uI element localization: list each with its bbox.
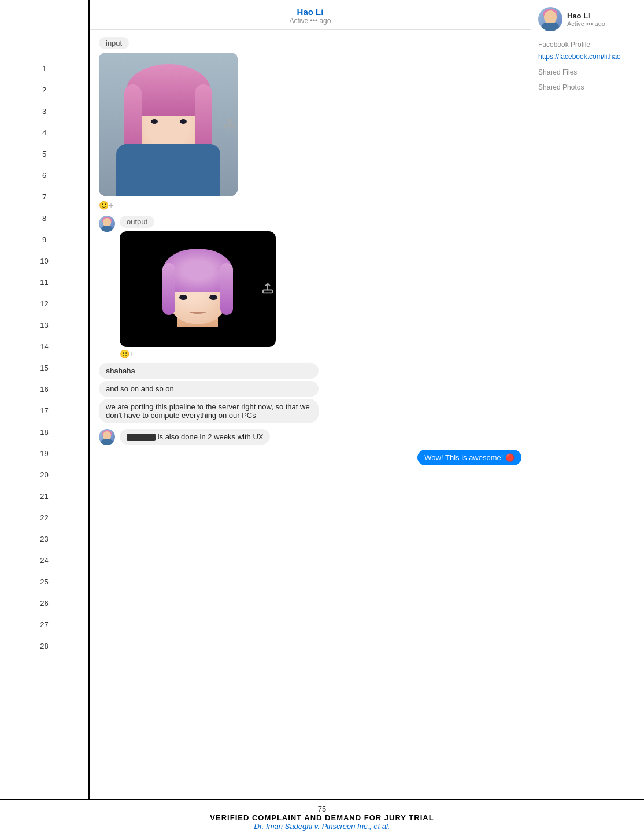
line-12: 12 (0, 293, 88, 314)
line-15: 15 (0, 357, 88, 379)
avatar-body (101, 226, 113, 232)
bubble-porting: we are porting this pipeline to the serv… (99, 399, 319, 423)
shared-files-section: Shared Files (538, 68, 637, 76)
line-25: 25 (0, 571, 88, 593)
line-23: 23 (0, 528, 88, 550)
svg-rect-1 (263, 290, 272, 293)
line-27: 27 (0, 614, 88, 635)
line-3: 3 (0, 101, 88, 122)
line-11: 11 (0, 272, 88, 293)
line-21: 21 (0, 486, 88, 507)
input-message-group: input (99, 37, 521, 210)
output-photo (120, 231, 276, 347)
msg-avatar-redacted (99, 429, 115, 445)
line-17: 17 (0, 400, 88, 421)
line-19: 19 (0, 443, 88, 464)
upload-output-button[interactable] (262, 282, 273, 297)
sidebar-profile: Hao Li Active ••• ago (538, 7, 637, 31)
output-emoji-row: 🙂+ (120, 349, 276, 358)
shared-photos-section: Shared Photos (538, 83, 637, 91)
output-message-row: output (99, 216, 521, 358)
main-content: Hao Li Active ••• ago input (90, 0, 644, 833)
sidebar-avatar (538, 7, 562, 31)
line-5: 5 (0, 143, 88, 165)
facebook-profile-label: Facebook Profile (538, 40, 637, 49)
redacted-name (127, 434, 156, 441)
footer-title: VERIFIED COMPLAINT AND DEMAND FOR JURY T… (0, 813, 644, 822)
sidebar-profile-info: Hao Li Active ••• ago (567, 12, 605, 27)
redacted-message-row: is also done in 2 weeks with UX (99, 429, 521, 445)
line-26: 26 (0, 593, 88, 614)
line-16: 16 (0, 379, 88, 400)
page-number: 75 (0, 805, 644, 813)
sidebar-contact-name: Hao Li (567, 12, 605, 20)
line-numbers: 1 2 3 4 5 6 7 8 9 10 11 12 13 14 15 16 1… (0, 0, 90, 833)
person-silhouette (99, 53, 238, 196)
output-label: output (120, 216, 276, 231)
line-24: 24 (0, 550, 88, 571)
line-2: 2 (0, 79, 88, 101)
bubble-and-so-on: and so on and so on (99, 381, 319, 397)
line-6: 6 (0, 165, 88, 186)
input-photo (99, 53, 238, 196)
bubble-ahahaha: ahahaha (99, 363, 319, 379)
chat-header: Hao Li Active ••• ago (90, 0, 531, 30)
emoji-add-icon[interactable]: 🙂+ (99, 201, 113, 210)
msg-avatar-output (99, 216, 115, 232)
bubble-redacted-text: is also done in 2 weeks with UX (158, 432, 264, 441)
chat-header-name: Hao Li (90, 7, 531, 17)
chat-area: Hao Li Active ••• ago input (90, 0, 531, 833)
sent-message-row: Wow! This is awesome! 🔴 (99, 450, 521, 465)
avatar-3d (157, 240, 238, 338)
avatar-body-2 (101, 439, 113, 445)
line-4: 4 (0, 122, 88, 143)
received-bubbles: ahahaha and so on and so on we are porti… (99, 363, 521, 423)
shared-files-label: Shared Files (538, 68, 637, 76)
input-image-wrapper (99, 53, 238, 196)
page-footer: 75 VERIFIED COMPLAINT AND DEMAND FOR JUR… (0, 799, 644, 833)
line-7: 7 (0, 186, 88, 208)
line-13: 13 (0, 314, 88, 336)
output-image-wrapper (120, 231, 276, 347)
sidebar-contact-status: Active ••• ago (567, 20, 605, 27)
chat-messages: input (90, 30, 531, 833)
right-sidebar: Hao Li Active ••• ago Facebook Profile h… (531, 0, 644, 833)
line-18: 18 (0, 421, 88, 443)
chat-header-status: Active ••• ago (90, 17, 531, 25)
line-8: 8 (0, 208, 88, 229)
svg-rect-0 (225, 125, 234, 128)
input-label: input (99, 37, 521, 53)
input-emoji-row: 🙂+ (99, 201, 521, 210)
line-1: 1 (0, 58, 88, 79)
emoji-add-output-icon[interactable]: 🙂+ (120, 349, 134, 358)
bubble-sent-awesome: Wow! This is awesome! 🔴 (417, 450, 521, 465)
line-20: 20 (0, 464, 88, 486)
line-14: 14 (0, 336, 88, 357)
bubble-redacted: is also done in 2 weeks with UX (120, 429, 270, 445)
line-22: 22 (0, 507, 88, 528)
footer-subtitle: Dr. Iman Sadeghi v. Pinscreen Inc., et a… (0, 822, 644, 831)
output-content: output (120, 216, 276, 358)
facebook-profile-link[interactable]: https://facebook.com/li.hao (538, 53, 621, 61)
upload-input-button[interactable] (224, 117, 235, 132)
shared-photos-label: Shared Photos (538, 83, 637, 91)
facebook-profile-section: Facebook Profile https://facebook.com/li… (538, 40, 637, 61)
line-28: 28 (0, 635, 88, 657)
line-9: 9 (0, 229, 88, 250)
text-messages-group: ahahaha and so on and so on we are porti… (99, 363, 521, 423)
sidebar-avatar-body (542, 23, 559, 31)
line-10: 10 (0, 250, 88, 272)
